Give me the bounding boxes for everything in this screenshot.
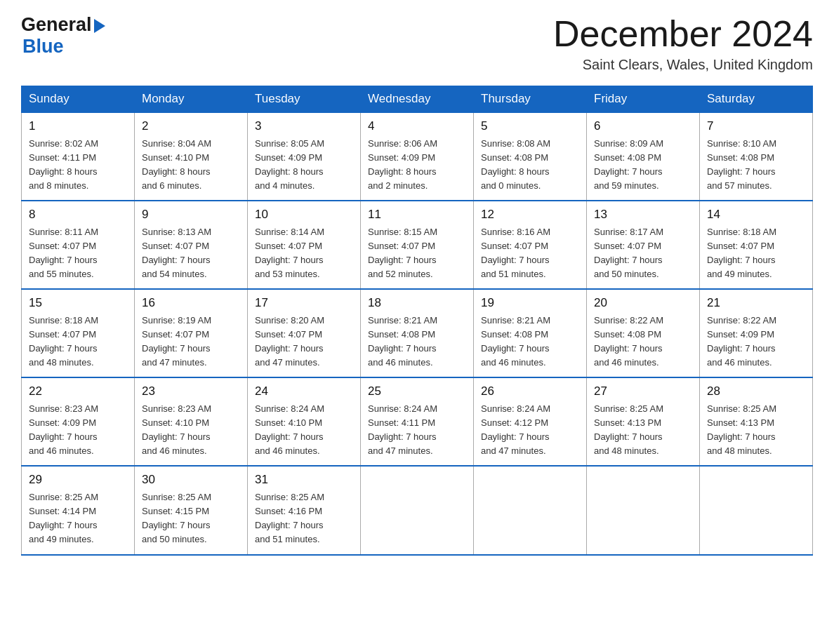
day-info: Sunrise: 8:08 AMSunset: 4:08 PMDaylight:… [481,137,579,194]
calendar-cell: 24Sunrise: 8:24 AMSunset: 4:10 PMDayligh… [248,377,361,466]
day-number: 12 [481,206,579,224]
month-title: December 2024 [553,14,813,54]
calendar-cell: 17Sunrise: 8:20 AMSunset: 4:07 PMDayligh… [248,289,361,377]
day-info: Sunrise: 8:05 AMSunset: 4:09 PMDaylight:… [255,137,353,194]
day-info: Sunrise: 8:15 AMSunset: 4:07 PMDaylight:… [368,225,466,282]
calendar-cell: 8Sunrise: 8:11 AMSunset: 4:07 PMDaylight… [22,201,135,289]
day-number: 29 [29,471,127,489]
page-header: General Blue December 2024 Saint Clears,… [21,14,813,73]
weekday-header-friday: Friday [587,86,700,113]
day-number: 23 [142,382,240,401]
day-info: Sunrise: 8:22 AMSunset: 4:08 PMDaylight:… [594,314,692,370]
day-number: 21 [707,294,805,312]
location-subtitle: Saint Clears, Wales, United Kingdom [553,57,813,73]
calendar-cell: 1Sunrise: 8:02 AMSunset: 4:11 PMDaylight… [22,112,135,201]
day-info: Sunrise: 8:14 AMSunset: 4:07 PMDaylight:… [255,225,353,282]
calendar-week-row: 22Sunrise: 8:23 AMSunset: 4:09 PMDayligh… [22,377,813,466]
day-info: Sunrise: 8:19 AMSunset: 4:07 PMDaylight:… [142,314,240,370]
day-number: 27 [594,382,692,401]
logo-blue-text: Blue [22,36,64,58]
calendar-cell: 19Sunrise: 8:21 AMSunset: 4:08 PMDayligh… [474,289,587,377]
day-info: Sunrise: 8:24 AMSunset: 4:10 PMDaylight:… [255,402,353,459]
weekday-header-tuesday: Tuesday [248,86,361,113]
calendar-cell: 6Sunrise: 8:09 AMSunset: 4:08 PMDaylight… [587,112,700,201]
day-number: 10 [255,206,353,224]
day-number: 1 [29,117,127,135]
calendar-cell: 10Sunrise: 8:14 AMSunset: 4:07 PMDayligh… [248,201,361,289]
day-number: 2 [142,117,240,135]
day-number: 9 [142,206,240,224]
calendar-week-row: 15Sunrise: 8:18 AMSunset: 4:07 PMDayligh… [22,289,813,377]
day-number: 24 [255,382,353,401]
day-info: Sunrise: 8:25 AMSunset: 4:14 PMDaylight:… [29,490,127,547]
calendar-cell [700,466,813,554]
day-number: 25 [368,382,466,401]
calendar-header-row: SundayMondayTuesdayWednesdayThursdayFrid… [22,86,813,113]
day-info: Sunrise: 8:25 AMSunset: 4:15 PMDaylight:… [142,490,240,547]
day-info: Sunrise: 8:02 AMSunset: 4:11 PMDaylight:… [29,137,127,194]
logo-arrow-icon [94,19,105,33]
day-number: 20 [594,294,692,312]
calendar-cell [474,466,587,554]
day-number: 19 [481,294,579,312]
day-number: 16 [142,294,240,312]
day-info: Sunrise: 8:18 AMSunset: 4:07 PMDaylight:… [707,225,805,282]
day-info: Sunrise: 8:23 AMSunset: 4:10 PMDaylight:… [142,402,240,459]
weekday-header-monday: Monday [135,86,248,113]
calendar-cell: 7Sunrise: 8:10 AMSunset: 4:08 PMDaylight… [700,112,813,201]
day-number: 5 [481,117,579,135]
calendar-cell: 31Sunrise: 8:25 AMSunset: 4:16 PMDayligh… [248,466,361,554]
day-info: Sunrise: 8:21 AMSunset: 4:08 PMDaylight:… [481,314,579,370]
day-info: Sunrise: 8:24 AMSunset: 4:12 PMDaylight:… [481,402,579,459]
day-info: Sunrise: 8:25 AMSunset: 4:13 PMDaylight:… [707,402,805,459]
calendar-cell: 25Sunrise: 8:24 AMSunset: 4:11 PMDayligh… [361,377,474,466]
day-info: Sunrise: 8:17 AMSunset: 4:07 PMDaylight:… [594,225,692,282]
day-number: 26 [481,382,579,401]
calendar-cell: 26Sunrise: 8:24 AMSunset: 4:12 PMDayligh… [474,377,587,466]
calendar-cell: 11Sunrise: 8:15 AMSunset: 4:07 PMDayligh… [361,201,474,289]
calendar-cell: 18Sunrise: 8:21 AMSunset: 4:08 PMDayligh… [361,289,474,377]
logo: General Blue [21,14,105,58]
day-number: 11 [368,206,466,224]
calendar-cell: 5Sunrise: 8:08 AMSunset: 4:08 PMDaylight… [474,112,587,201]
weekday-header-sunday: Sunday [22,86,135,113]
day-number: 3 [255,117,353,135]
calendar-cell [587,466,700,554]
calendar-cell: 27Sunrise: 8:25 AMSunset: 4:13 PMDayligh… [587,377,700,466]
day-number: 22 [29,382,127,401]
weekday-header-wednesday: Wednesday [361,86,474,113]
day-info: Sunrise: 8:11 AMSunset: 4:07 PMDaylight:… [29,225,127,282]
calendar-cell: 16Sunrise: 8:19 AMSunset: 4:07 PMDayligh… [135,289,248,377]
day-number: 30 [142,471,240,489]
day-info: Sunrise: 8:18 AMSunset: 4:07 PMDaylight:… [29,314,127,370]
calendar-cell: 30Sunrise: 8:25 AMSunset: 4:15 PMDayligh… [135,466,248,554]
day-info: Sunrise: 8:24 AMSunset: 4:11 PMDaylight:… [368,402,466,459]
day-number: 31 [255,471,353,489]
day-info: Sunrise: 8:10 AMSunset: 4:08 PMDaylight:… [707,137,805,194]
logo-general-text: General [21,14,92,36]
day-number: 15 [29,294,127,312]
calendar-cell: 2Sunrise: 8:04 AMSunset: 4:10 PMDaylight… [135,112,248,201]
day-number: 13 [594,206,692,224]
calendar-week-row: 29Sunrise: 8:25 AMSunset: 4:14 PMDayligh… [22,466,813,554]
calendar-cell: 15Sunrise: 8:18 AMSunset: 4:07 PMDayligh… [22,289,135,377]
calendar-cell: 28Sunrise: 8:25 AMSunset: 4:13 PMDayligh… [700,377,813,466]
calendar-cell: 4Sunrise: 8:06 AMSunset: 4:09 PMDaylight… [361,112,474,201]
calendar-cell: 12Sunrise: 8:16 AMSunset: 4:07 PMDayligh… [474,201,587,289]
weekday-header-saturday: Saturday [700,86,813,113]
day-info: Sunrise: 8:06 AMSunset: 4:09 PMDaylight:… [368,137,466,194]
day-number: 7 [707,117,805,135]
day-info: Sunrise: 8:23 AMSunset: 4:09 PMDaylight:… [29,402,127,459]
weekday-header-thursday: Thursday [474,86,587,113]
calendar-cell: 20Sunrise: 8:22 AMSunset: 4:08 PMDayligh… [587,289,700,377]
day-number: 14 [707,206,805,224]
day-info: Sunrise: 8:25 AMSunset: 4:13 PMDaylight:… [594,402,692,459]
day-number: 4 [368,117,466,135]
day-info: Sunrise: 8:21 AMSunset: 4:08 PMDaylight:… [368,314,466,370]
calendar-week-row: 1Sunrise: 8:02 AMSunset: 4:11 PMDaylight… [22,112,813,201]
calendar-cell: 29Sunrise: 8:25 AMSunset: 4:14 PMDayligh… [22,466,135,554]
day-info: Sunrise: 8:16 AMSunset: 4:07 PMDaylight:… [481,225,579,282]
day-number: 17 [255,294,353,312]
calendar-cell: 22Sunrise: 8:23 AMSunset: 4:09 PMDayligh… [22,377,135,466]
calendar-table: SundayMondayTuesdayWednesdayThursdayFrid… [21,86,813,555]
